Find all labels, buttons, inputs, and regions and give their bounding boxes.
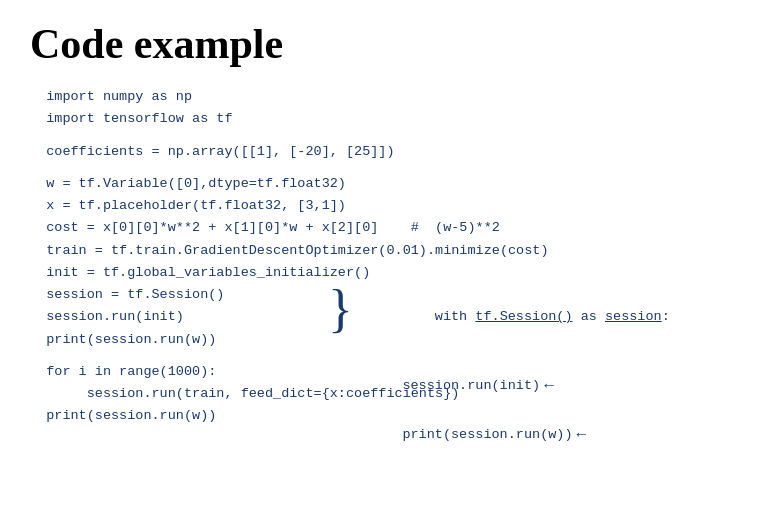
colon: : (662, 309, 670, 324)
arrow-left-print: ← (577, 422, 587, 448)
annotated-run-line: session.run(init) ← (370, 373, 670, 399)
as-label: as (573, 309, 605, 324)
curly-brace: } (328, 280, 353, 337)
with-label: with (435, 309, 476, 324)
session-run-line: session.run(init) (30, 306, 224, 328)
code-block: import numpy as np import tensorflow as … (30, 86, 732, 428)
page-title: Code example (30, 20, 732, 68)
tf-session-underline: tf.Session() (475, 309, 572, 324)
cost-line: cost = x[0][0]*w**2 + x[1][0]*w + x[2][0… (30, 217, 732, 239)
import-tensorflow-line: import tensorflow as tf (30, 108, 732, 130)
annotated-run-text: session.run(init) (370, 375, 540, 397)
annotated-print-line: print(session.run(w)) ← (370, 422, 670, 448)
with-session-line: with tf.Session() as session: (370, 284, 670, 351)
coefficients-line: coefficients = np.array([[1], [-20], [25… (30, 141, 732, 163)
right-annotation: with tf.Session() as session: session.ru… (370, 284, 670, 448)
train-line: train = tf.train.GradientDescentOptimize… (30, 240, 732, 262)
session-annotation-area: session = tf.Session() session.run(init)… (30, 284, 732, 351)
arrow-left-run: ← (544, 373, 554, 399)
init-line: init = tf.global_variables_initializer() (30, 262, 732, 284)
x-variable-line: x = tf.placeholder(tf.float32, [3,1]) (30, 195, 732, 217)
w-variable-line: w = tf.Variable([0],dtype=tf.float32) (30, 173, 732, 195)
session-line: session = tf.Session() (30, 284, 224, 306)
import-numpy-line: import numpy as np (30, 86, 732, 108)
session-label-underline: session (605, 309, 662, 324)
annotated-print-text: print(session.run(w)) (370, 424, 573, 446)
session-left-code: session = tf.Session() session.run(init)… (30, 284, 224, 351)
print-w-line: print(session.run(w)) (30, 329, 224, 351)
